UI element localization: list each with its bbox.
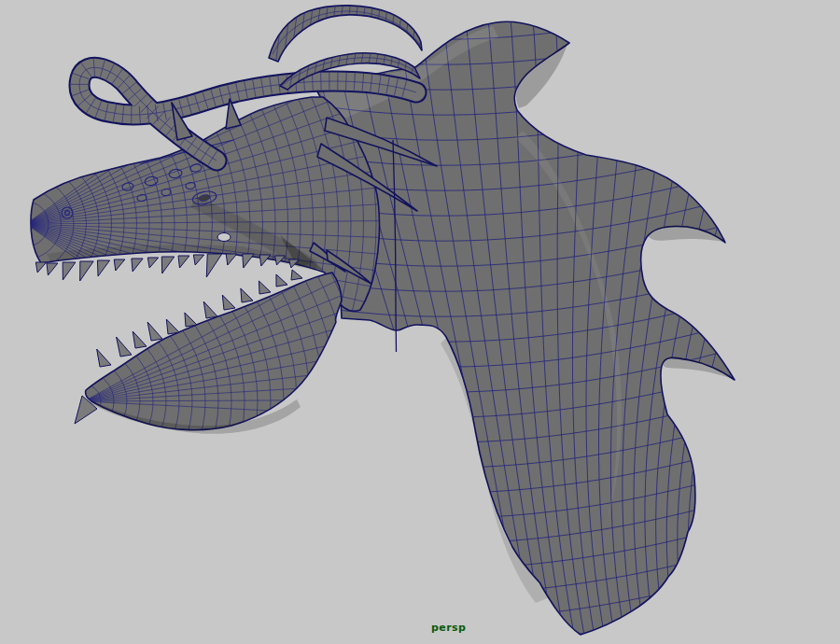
- crescent-horn-upper: [269, 6, 422, 62]
- upper-tooth: [80, 261, 94, 281]
- lower-tooth: [203, 301, 217, 318]
- lower-tooth: [291, 270, 302, 280]
- lower-tooth: [222, 295, 235, 310]
- upper-tooth: [147, 258, 158, 268]
- lower-tooth: [276, 274, 287, 287]
- lower-tooth: [117, 337, 132, 357]
- lower-tooth: [166, 319, 179, 334]
- upper-tooth: [63, 262, 76, 280]
- 3d-viewport[interactable]: persp: [0, 0, 840, 644]
- upper-tooth: [243, 254, 255, 268]
- upper-tooth: [259, 255, 271, 266]
- upper-tooth: [47, 263, 58, 275]
- wireframe-line: [248, 37, 261, 112]
- lower-tooth: [185, 313, 197, 327]
- lower-tooth: [97, 349, 111, 367]
- upper-tooth: [193, 255, 203, 265]
- lower-tooth: [241, 288, 253, 302]
- lower-tooth: [259, 281, 271, 294]
- upper-tooth: [178, 256, 189, 268]
- neck-silhouette: [317, 21, 735, 635]
- lower-tooth: [133, 331, 147, 348]
- wireframe-line: [256, 37, 269, 112]
- upper-tooth: [132, 259, 143, 272]
- lip-gap: [217, 233, 231, 242]
- neck-mesh: [308, 0, 802, 644]
- upper-tooth: [206, 254, 222, 277]
- wireframe-line: [308, 617, 765, 644]
- upper-tooth: [97, 260, 109, 276]
- lower-tooth: [147, 322, 162, 341]
- camera-label: persp: [431, 622, 466, 634]
- model-canvas[interactable]: [0, 0, 840, 644]
- upper-tooth: [114, 259, 125, 271]
- upper-tooth: [161, 257, 174, 273]
- upper-tooth: [226, 254, 237, 265]
- dragon-head-model[interactable]: [0, 0, 802, 644]
- wireframe-line: [688, 9, 802, 642]
- upper-tooth: [35, 262, 46, 273]
